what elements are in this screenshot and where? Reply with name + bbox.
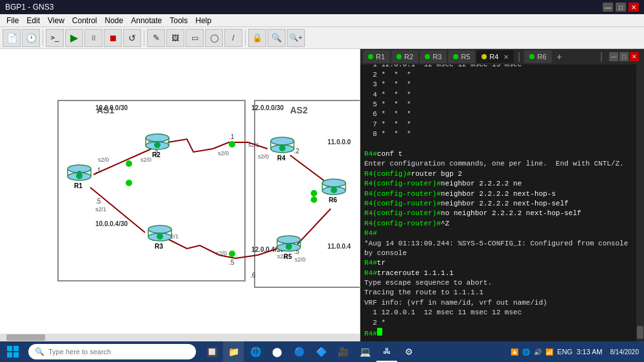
svg-text:s2/0: s2/0 (295, 256, 306, 263)
canvas-scrollbar-h[interactable] (0, 334, 360, 341)
task-icon-chrome[interactable]: ⬤ (267, 341, 288, 362)
rect-button[interactable]: ▭ (186, 29, 204, 47)
terminal-scrollbar[interactable] (636, 64, 644, 341)
tray-volume[interactable]: 🔊 (534, 348, 542, 356)
svg-text:R5: R5 (284, 253, 292, 260)
term-line-16: 3 * * * (364, 80, 640, 90)
svg-point-44 (279, 145, 286, 151)
tab-r4-close[interactable]: ✕ (503, 53, 509, 61)
line-button[interactable]: / (224, 29, 242, 47)
console-button[interactable]: >_ (46, 29, 64, 47)
tab-r4-label: R4 (489, 53, 498, 61)
minimize-button[interactable]: — (603, 3, 613, 12)
menu-control[interactable]: Control (68, 15, 101, 26)
term-line-38: 1 12.0.0.1 12 msec 11 msec 12 msec (364, 308, 640, 318)
stop-button[interactable]: ⏹ (104, 29, 122, 47)
task-icon-files[interactable]: 📁 (223, 341, 244, 362)
menu-file[interactable]: File (3, 15, 23, 26)
tray-network[interactable]: 🌐 (522, 348, 530, 356)
menu-edit[interactable]: Edit (23, 15, 44, 26)
term-line-24: Enter configuration commands, one per li… (364, 159, 640, 169)
edit-button[interactable]: ✎ (147, 29, 165, 47)
tray-lang[interactable]: ENG (557, 348, 572, 356)
svg-text:s2/0: s2/0 (216, 250, 227, 256)
tray-clock[interactable]: 3:13 AM (576, 348, 602, 356)
terminal-maximize[interactable]: □ (620, 52, 629, 61)
tray-chevron[interactable]: 🔼 (511, 348, 518, 356)
lock-button[interactable]: 🔒 (248, 29, 266, 47)
tab-r3[interactable]: R3 (420, 50, 447, 63)
terminal-output[interactable]: Sending 5, 100-byte ICMP Echos to 2.2.2.… (360, 64, 644, 341)
tab-r4[interactable]: R4 ✕ (476, 50, 514, 63)
task-icon-browser-1[interactable]: 🌐 (245, 341, 266, 362)
wire-dot-1 (126, 160, 132, 167)
start-button[interactable]: ▶ (65, 29, 83, 47)
maximize-button[interactable]: □ (616, 3, 626, 12)
task-icon-cmd[interactable]: 💻 (355, 341, 375, 362)
system-tray: 🔼 🌐 🔊 📶 ENG 3:13 AM 8/14/2020 (505, 348, 644, 356)
term-line-29: R4(config-router)#no neighbor 2.2.2.2 ne… (364, 209, 640, 218)
terminal-window-controls: — □ ✕ (607, 52, 641, 61)
taskbar-search[interactable]: 🔍 (28, 344, 196, 359)
menu-help[interactable]: Help (191, 15, 215, 26)
tab-r5[interactable]: R5 (448, 50, 475, 63)
tab-r1-label: R1 (376, 53, 385, 61)
svg-text:.2: .2 (294, 148, 300, 155)
search-input[interactable] (48, 348, 190, 356)
term-line-34: R4#traceroute 1.1.1.1 (364, 269, 640, 278)
new-button[interactable]: 📄 (3, 29, 21, 47)
app-title: BGP1 - GNS3 (5, 3, 54, 12)
zoom-plus-button[interactable]: 🔍+ (287, 29, 305, 47)
titlebar: BGP1 - GNS3 — □ ✕ (0, 0, 644, 14)
menu-tools[interactable]: Tools (166, 15, 191, 26)
svg-text:s2/0: s2/0 (258, 153, 269, 160)
terminal-close[interactable]: ✕ (630, 52, 639, 61)
menu-node[interactable]: Node (101, 15, 128, 26)
tray-wifi[interactable]: 📶 (545, 348, 553, 356)
scrollbar-thumb-h[interactable] (6, 334, 45, 341)
svg-point-32 (154, 142, 161, 148)
image-button[interactable]: 🖼 (166, 29, 184, 47)
svg-text:s2/0: s2/0 (98, 157, 109, 163)
terminal-minimize[interactable]: — (609, 52, 618, 61)
tab-r1-dot (368, 54, 373, 59)
task-icon-settings[interactable]: ⚙ (398, 341, 419, 362)
close-button[interactable]: ✕ (629, 3, 639, 12)
tab-r1[interactable]: R1 (363, 50, 390, 63)
menu-view[interactable]: View (44, 15, 68, 26)
task-icon-zoom[interactable]: 🎥 (333, 341, 353, 362)
term-line-37: VRF info: (vrf in name/id, vrf out name/… (364, 298, 640, 308)
wire-dot-6 (311, 196, 317, 203)
tab-r5-label: R5 (461, 53, 470, 61)
tab-r2-dot (396, 54, 402, 59)
term-line-22 (364, 140, 640, 149)
task-icon-ie[interactable]: 🔷 (311, 341, 331, 362)
tab-r6[interactable]: R6 (524, 50, 551, 63)
term-line-27: R4(config-router)#neighbor 2.2.2.2 next-… (364, 189, 640, 199)
router-r3: R3 (148, 225, 171, 250)
tab-r2[interactable]: R2 (391, 50, 418, 63)
tab-r3-dot (425, 54, 430, 59)
reload-button[interactable]: ↺ (123, 29, 141, 47)
history-button[interactable]: 🕐 (22, 29, 40, 47)
term-line-26: R4(config-router)#neighbor 2.2.2.2 ne (364, 179, 640, 189)
task-icon-cortana[interactable]: 🔲 (201, 341, 222, 362)
separator-2 (144, 30, 144, 46)
tab-add-button[interactable]: + (553, 52, 566, 62)
wire-r5-r6 (293, 209, 331, 249)
start-button[interactable] (0, 341, 26, 362)
task-icon-edge[interactable]: 🔵 (289, 341, 309, 362)
ellipse-button[interactable]: ◯ (205, 29, 223, 47)
toolbar: 📄 🕐 >_ ▶ ⏸ ⏹ ↺ ✎ 🖼 ▭ ◯ / 🔒 🔍 🔍+ (0, 27, 644, 49)
zoom-button[interactable]: 🔍 (268, 29, 286, 47)
svg-point-56 (331, 187, 337, 193)
term-line-23: R4#conf t (364, 149, 640, 159)
pause-button[interactable]: ⏸ (84, 29, 102, 47)
svg-text:s2/1: s2/1 (248, 142, 259, 148)
menu-annotate[interactable]: Annotate (127, 15, 166, 26)
network-canvas[interactable]: AS1 AS2 10.0.0.0/30 10.0.0.4/30 12.0.0.0… (0, 49, 360, 341)
svg-text:.5: .5 (95, 198, 101, 205)
task-icon-gns3[interactable]: 🖧 (376, 341, 397, 362)
separator-3 (245, 30, 246, 46)
scrollbar-thumb[interactable] (637, 326, 643, 339)
